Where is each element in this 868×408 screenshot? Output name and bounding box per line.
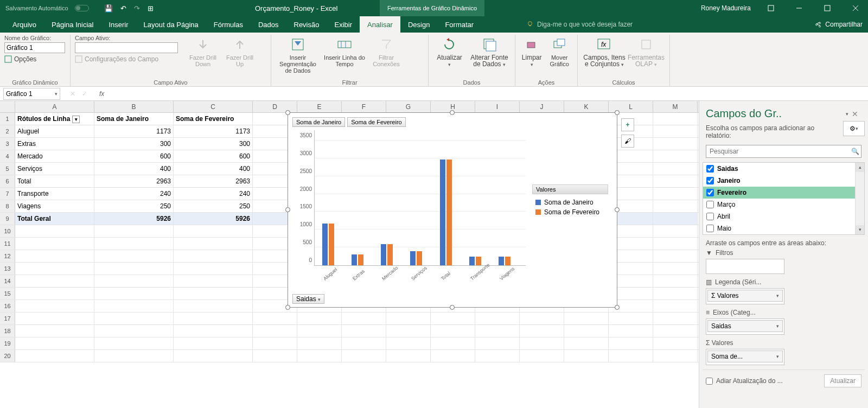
row-header[interactable]: 11 bbox=[0, 238, 15, 250]
cell[interactable] bbox=[15, 313, 94, 324]
undo-icon[interactable]: ↶ bbox=[120, 4, 126, 12]
cell[interactable] bbox=[431, 337, 475, 349]
cell[interactable]: Extras bbox=[15, 138, 94, 150]
olap-tools-button[interactable]: Ferramentas OLAP ▾ bbox=[629, 35, 663, 68]
bar[interactable] bbox=[499, 257, 504, 265]
field-list-item[interactable]: Março bbox=[703, 199, 864, 211]
cell[interactable] bbox=[653, 113, 698, 125]
worksheet-grid[interactable]: ABCDEFGHIJKLM 1Rótulos de Linha▾Soma de … bbox=[0, 101, 699, 408]
cell[interactable]: 240 bbox=[174, 188, 253, 200]
row-header[interactable]: 5 bbox=[0, 163, 15, 175]
refresh-button[interactable]: Atualizar▾ bbox=[433, 35, 466, 68]
row-header[interactable]: 9 bbox=[0, 213, 15, 225]
bar[interactable] bbox=[476, 257, 481, 265]
move-chart-button[interactable]: Mover Gráfico bbox=[546, 35, 573, 67]
col-header-M[interactable]: M bbox=[653, 101, 698, 112]
tab-analisar[interactable]: Analisar bbox=[360, 16, 400, 33]
bar[interactable] bbox=[410, 251, 416, 265]
tab-página-inicial[interactable]: Página Inicial bbox=[44, 16, 101, 33]
cell[interactable] bbox=[253, 325, 297, 337]
cell[interactable] bbox=[174, 288, 253, 299]
cell[interactable] bbox=[297, 325, 342, 337]
cell[interactable] bbox=[653, 288, 698, 299]
col-header-C[interactable]: C bbox=[174, 101, 253, 112]
cell[interactable] bbox=[653, 175, 698, 187]
tab-exibir[interactable]: Exibir bbox=[327, 16, 360, 33]
cell[interactable] bbox=[174, 300, 253, 312]
cell[interactable] bbox=[653, 163, 698, 175]
cell[interactable] bbox=[174, 250, 253, 262]
chart-filter-button[interactable]: Soma de Janeiro bbox=[292, 117, 345, 127]
cell[interactable]: Soma de Janeiro bbox=[94, 113, 174, 125]
cell[interactable] bbox=[94, 313, 174, 324]
row-header[interactable]: 10 bbox=[0, 225, 15, 237]
values-drop-zone[interactable]: Soma de...▾ bbox=[706, 349, 784, 365]
cell[interactable]: 300 bbox=[94, 138, 174, 150]
col-header-E[interactable]: E bbox=[297, 101, 342, 112]
cell[interactable]: Viagens bbox=[15, 200, 94, 212]
row-header[interactable]: 14 bbox=[0, 275, 15, 287]
field-checkbox[interactable] bbox=[706, 201, 714, 208]
field-list-item[interactable]: Fevereiro▾ bbox=[703, 187, 864, 199]
cell[interactable]: Mercado bbox=[15, 150, 94, 162]
ribbon-display-icon[interactable] bbox=[758, 0, 783, 16]
cell[interactable] bbox=[520, 313, 564, 324]
insert-slicer-button[interactable]: Inserir Segmentação de Dados bbox=[276, 35, 320, 74]
chart-name-input[interactable] bbox=[4, 42, 65, 53]
col-header-B[interactable]: B bbox=[94, 101, 174, 112]
field-checkbox[interactable] bbox=[706, 189, 714, 196]
row-header[interactable]: 15 bbox=[0, 288, 15, 299]
col-header-D[interactable]: D bbox=[253, 101, 297, 112]
cell[interactable]: Total Geral bbox=[15, 213, 94, 225]
bar[interactable] bbox=[469, 257, 475, 265]
cell[interactable] bbox=[297, 337, 342, 349]
row-header[interactable]: 18 bbox=[0, 325, 15, 337]
cell[interactable] bbox=[15, 275, 94, 287]
field-list-scrollbar[interactable]: ▴▾ bbox=[855, 163, 864, 234]
cell[interactable] bbox=[653, 337, 698, 349]
filter-icon[interactable]: ▾ bbox=[72, 116, 80, 123]
cell[interactable] bbox=[475, 350, 520, 362]
cell[interactable] bbox=[15, 350, 94, 362]
cell[interactable]: 300 bbox=[174, 138, 253, 150]
cell[interactable]: 400 bbox=[94, 163, 174, 175]
chart-filter-button[interactable]: Soma de Fevereiro bbox=[347, 117, 406, 127]
active-field-input[interactable] bbox=[75, 42, 178, 53]
cell[interactable] bbox=[94, 263, 174, 275]
cell[interactable] bbox=[653, 125, 698, 137]
row-header[interactable]: 1 bbox=[0, 113, 15, 125]
cell[interactable] bbox=[564, 325, 609, 337]
cell[interactable] bbox=[174, 350, 253, 362]
cell[interactable] bbox=[342, 350, 386, 362]
cell[interactable]: 240 bbox=[94, 188, 174, 200]
field-list-item[interactable]: Maio bbox=[703, 222, 864, 234]
row-header[interactable]: 4 bbox=[0, 150, 15, 162]
cell[interactable] bbox=[15, 225, 94, 237]
redo-icon[interactable]: ↷ bbox=[134, 4, 140, 12]
field-checkbox[interactable] bbox=[706, 213, 714, 220]
select-all-corner[interactable] bbox=[0, 101, 15, 112]
cell[interactable] bbox=[431, 350, 475, 362]
cell[interactable] bbox=[297, 350, 342, 362]
cell[interactable] bbox=[431, 325, 475, 337]
options-button[interactable]: Opções bbox=[4, 55, 36, 63]
cell[interactable] bbox=[174, 275, 253, 287]
cell[interactable] bbox=[520, 350, 564, 362]
cell[interactable] bbox=[174, 337, 253, 349]
defer-update-checkbox[interactable]: Adiar Atualização do ... bbox=[706, 377, 824, 385]
col-header-F[interactable]: F bbox=[342, 101, 386, 112]
row-header[interactable]: 3 bbox=[0, 138, 15, 150]
cell[interactable] bbox=[15, 300, 94, 312]
cell[interactable] bbox=[653, 275, 698, 287]
cell[interactable]: Aluguel bbox=[15, 125, 94, 137]
change-source-button[interactable]: Alterar Fonte de Dados ▾ bbox=[468, 35, 510, 68]
col-header-K[interactable]: K bbox=[564, 101, 609, 112]
tab-formatar[interactable]: Formatar bbox=[437, 16, 481, 33]
bar[interactable] bbox=[329, 224, 334, 265]
cell[interactable] bbox=[342, 337, 386, 349]
row-header[interactable]: 7 bbox=[0, 188, 15, 200]
cell[interactable] bbox=[94, 288, 174, 299]
filter-connections-button[interactable]: Filtrar Conexões bbox=[369, 35, 404, 67]
cell[interactable] bbox=[174, 238, 253, 250]
cell[interactable] bbox=[653, 150, 698, 162]
